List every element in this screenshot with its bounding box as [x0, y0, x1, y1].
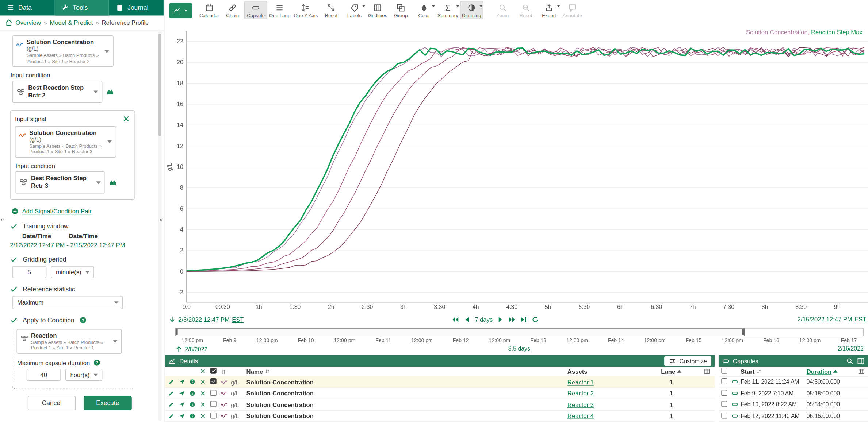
row-checkbox[interactable]	[721, 401, 727, 407]
timeline-start[interactable]: 2/8/2022	[175, 345, 207, 353]
tab-data[interactable]: Data	[0, 0, 55, 15]
toolbar-calendar-button[interactable]: Calendar	[198, 1, 221, 19]
customize-button[interactable]: Customize	[665, 356, 711, 366]
capsules-col-duration[interactable]: Duration	[807, 368, 832, 375]
scrollbar-thumb[interactable]	[158, 34, 161, 136]
info-icon[interactable]	[189, 379, 200, 385]
execute-button[interactable]: Execute	[84, 396, 132, 410]
row-checkbox[interactable]	[210, 413, 217, 419]
step-back-icon[interactable]	[463, 316, 471, 324]
add-signal-condition-pair-link[interactable]: Add Signal/Condition Pair	[11, 207, 151, 215]
details-row[interactable]: g/LSolution ConcentrationReactor 41	[165, 411, 715, 422]
capsule-row[interactable]: Feb 11, 2022 11:24 AM04:50:00.000	[719, 376, 868, 388]
close-icon[interactable]	[200, 379, 210, 385]
signal-name[interactable]: Solution Concentration	[246, 401, 567, 408]
toolbar-chain-button[interactable]: Chain	[221, 1, 244, 19]
cancel-button[interactable]: Cancel	[28, 396, 76, 410]
toolbar-one-y-axis-button[interactable]: One Y-Axis	[292, 1, 320, 19]
step-forward-icon[interactable]	[497, 316, 504, 324]
capsules-columns-button[interactable]	[858, 368, 868, 375]
trend-chart[interactable]: -202468101214161820220.000:301h1:302h2:3…	[165, 22, 868, 314]
toolbar-reset-button[interactable]: Reset	[320, 1, 343, 19]
range-end-tz[interactable]: EST	[854, 316, 866, 322]
select-all-checkbox[interactable]	[210, 368, 217, 374]
toolbar-group-button[interactable]: Group	[389, 1, 413, 19]
toolbar-one-lane-button[interactable]: One Lane	[267, 1, 292, 19]
training-window-range[interactable]: 2/12/2022 12:47 PM - 2/15/2022 12:47 PM	[10, 241, 151, 248]
remove-pair-icon[interactable]	[122, 115, 130, 123]
info-icon[interactable]	[189, 413, 200, 419]
input-signal-select-1[interactable]: Solution Concentration (g/L) Sample Asse…	[12, 35, 113, 67]
info-icon[interactable]	[189, 402, 200, 408]
details-col-name[interactable]: Name	[246, 368, 263, 375]
capsules-select-all-checkbox[interactable]	[721, 368, 727, 374]
training-start[interactable]: 2/12/2022 12:47 PM	[10, 241, 65, 248]
collapse-sidebar-handle[interactable]: «	[160, 216, 163, 223]
reference-statistic-select[interactable]: Maximum	[12, 295, 123, 309]
view-profile-icon[interactable]	[109, 178, 117, 186]
skip-forward-icon[interactable]	[508, 316, 516, 324]
max-capsule-value-input[interactable]	[27, 369, 61, 381]
send-icon[interactable]	[179, 402, 190, 408]
send-icon[interactable]	[179, 379, 190, 385]
apply-condition-select[interactable]: Reaction Sample Assets » Batch Products …	[16, 329, 122, 354]
pencil-icon[interactable]	[168, 379, 179, 385]
range-duration-button[interactable]: 7 days	[475, 316, 493, 323]
pencil-icon[interactable]	[168, 390, 179, 396]
input-condition-select-1[interactable]: Best Reaction Step Rctr 2	[12, 81, 102, 103]
details-col-lane[interactable]: Lane	[661, 368, 675, 375]
chart-canvas[interactable]: -202468101214161820220.000:301h1:302h2:3…	[165, 22, 868, 314]
tab-journal[interactable]: Journal	[109, 0, 164, 15]
details-row[interactable]: g/LSolution ConcentrationReactor 21	[165, 388, 715, 399]
close-icon[interactable]	[200, 402, 210, 408]
row-checkbox[interactable]	[721, 413, 727, 419]
row-checkbox[interactable]	[721, 378, 727, 384]
timeline-track[interactable]	[175, 328, 864, 336]
signal-name[interactable]: Solution Concentration	[246, 379, 567, 385]
breadcrumb-overview[interactable]: Overview	[15, 19, 41, 26]
capsule-row[interactable]: Feb 9, 2022 7:10 AM05:18:00.000	[719, 388, 868, 399]
pencil-icon[interactable]	[168, 402, 179, 408]
timeline-selected-range[interactable]	[176, 328, 745, 336]
sort-icon[interactable]	[220, 368, 231, 375]
details-columns-button[interactable]	[692, 368, 715, 375]
tab-tools[interactable]: Tools	[55, 0, 110, 15]
timeline-end-text[interactable]: 2/16/2022	[838, 345, 864, 352]
toolbar-export-button[interactable]: Export	[538, 1, 561, 19]
close-icon[interactable]	[200, 390, 210, 396]
refresh-icon[interactable]	[531, 316, 539, 324]
toolbar-summary-button[interactable]: Summary	[436, 1, 460, 19]
asset-link[interactable]: Reactor 3	[567, 401, 650, 408]
details-col-assets[interactable]: Assets	[567, 368, 650, 375]
breadcrumb-model-predict[interactable]: Model & Predict	[50, 19, 93, 26]
columns-icon[interactable]	[857, 357, 865, 365]
toolbar-capsule-button[interactable]: Capsule	[244, 1, 268, 19]
info-icon[interactable]	[189, 390, 200, 396]
range-end[interactable]: 2/15/2022 12:47 PM EST	[798, 316, 867, 322]
details-row[interactable]: g/LSolution ConcentrationReactor 11	[165, 376, 715, 388]
signal-name[interactable]: Solution Concentration	[246, 390, 567, 396]
capsules-col-start[interactable]: Start	[741, 368, 754, 375]
gridding-value-input[interactable]	[12, 266, 46, 278]
home-icon[interactable]	[5, 19, 13, 27]
max-capsule-unit-select[interactable]: hour(s)	[65, 369, 102, 381]
training-end[interactable]: 2/15/2022 12:47 PM	[70, 241, 125, 248]
signal-name[interactable]: Solution Concentration	[246, 413, 567, 419]
capsule-row[interactable]: Feb 12, 2022 11:40 AM06:16:00.000	[719, 411, 868, 422]
close-icon[interactable]	[200, 413, 210, 419]
range-start-tz[interactable]: EST	[232, 316, 244, 323]
send-icon[interactable]	[179, 390, 190, 396]
toolbar-labels-button[interactable]: Labels	[343, 1, 366, 19]
input-signal-select-2[interactable]: Solution Concentration (g/L) Sample Asse…	[15, 126, 116, 158]
trend-view-button[interactable]	[169, 3, 192, 18]
gridding-unit-select[interactable]: minute(s)	[51, 266, 94, 278]
row-checkbox[interactable]	[210, 390, 217, 396]
remove-all-header[interactable]	[200, 368, 210, 375]
help-icon[interactable]: ?	[93, 359, 101, 366]
view-profile-icon[interactable]	[106, 88, 114, 96]
asset-link[interactable]: Reactor 2	[567, 390, 650, 396]
row-checkbox[interactable]	[210, 378, 217, 384]
search-icon[interactable]	[846, 357, 853, 365]
toolbar-gridlines-button[interactable]: Gridlines	[366, 1, 389, 19]
row-checkbox[interactable]	[721, 390, 727, 396]
